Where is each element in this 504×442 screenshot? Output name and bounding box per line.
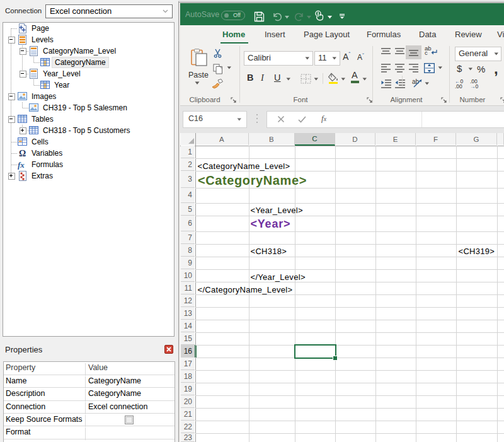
svg-text:Ω: Ω — [19, 149, 26, 158]
svg-text:fx: fx — [18, 160, 25, 170]
